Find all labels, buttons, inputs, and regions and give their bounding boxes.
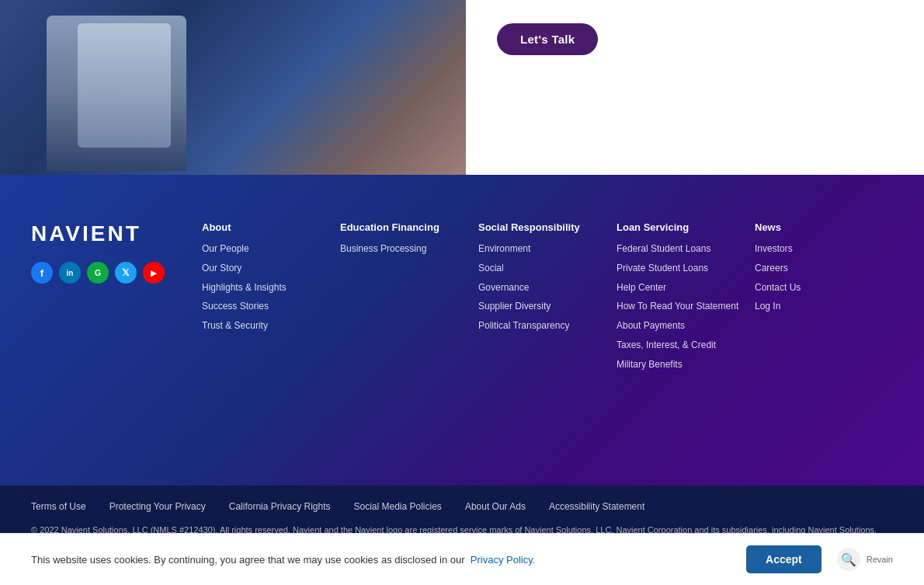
privacy-policy-link[interactable]: Privacy Policy. [471,554,536,566]
taxes-interest-credit-link[interactable]: Taxes, Interest, & Credit [617,339,755,352]
trust-security-link[interactable]: Trust & Security [202,319,340,333]
lets-talk-button[interactable]: Let's Talk [497,23,598,55]
education-financing-title[interactable]: Education Financing [340,221,478,233]
hero-right: Let's Talk [466,0,924,175]
how-to-read-statement-link[interactable]: How To Read Your Statement [617,300,755,313]
success-stories-link[interactable]: Success Stories [202,300,340,313]
footer-nav: About Our People Our Story Highlights & … [186,221,893,378]
facebook-icon[interactable]: f [31,262,53,284]
social-link[interactable]: Social [478,262,617,275]
linkedin-icon[interactable]: in [59,262,81,284]
protecting-privacy-link[interactable]: Protecting Your Privacy [109,501,206,512]
terms-of-use-link[interactable]: Terms of Use [31,501,86,512]
about-our-ads-link[interactable]: About Our Ads [465,501,526,512]
news-title[interactable]: News [755,221,893,233]
help-center-link[interactable]: Help Center [617,281,755,294]
environment-link[interactable]: Environment [478,242,617,256]
federal-student-loans-link[interactable]: Federal Student Loans [617,242,755,256]
social-media-policies-link[interactable]: Social Media Policies [353,501,441,512]
highlights-insights-link[interactable]: Highlights & Insights [202,281,340,294]
about-title[interactable]: About [202,221,340,233]
our-story-link[interactable]: Our Story [202,262,340,275]
revain-badge: 🔍 Revain [837,548,893,571]
our-people-link[interactable]: Our People [202,242,340,256]
cookie-text: This website uses cookies. By continuing… [31,554,731,566]
careers-link[interactable]: Careers [755,262,893,275]
supplier-diversity-link[interactable]: Supplier Diversity [478,300,617,313]
accessibility-statement-link[interactable]: Accessibility Statement [549,501,644,512]
california-privacy-link[interactable]: California Privacy Rights [229,501,331,512]
about-payments-link[interactable]: About Payments [617,319,755,333]
glassdoor-icon[interactable]: G [87,262,109,284]
loan-servicing-title[interactable]: Loan Servicing [617,221,755,233]
footer-col-education: Education Financing Business Processing [340,221,478,378]
private-student-loans-link[interactable]: Private Student Loans [617,262,755,275]
political-transparency-link[interactable]: Political Transparency [478,319,617,333]
governance-link[interactable]: Governance [478,281,617,294]
footer-col-social-resp: Social Responsibility Environment Social… [478,221,617,378]
cookie-banner: This website uses cookies. By continuing… [0,533,924,585]
social-responsibility-title[interactable]: Social Responsibility [478,221,617,233]
revain-icon: 🔍 [837,548,860,571]
hero-image-overlay [0,0,466,175]
footer-main: NAVIENT f in G 𝕏 ▶ About Our People Our … [0,175,924,486]
youtube-icon[interactable]: ▶ [143,262,165,284]
business-processing-link[interactable]: Business Processing [340,242,478,256]
footer-col-loan: Loan Servicing Federal Student Loans Pri… [617,221,755,378]
social-icons: f in G 𝕏 ▶ [31,262,186,284]
footer-bottom-links: Terms of Use Protecting Your Privacy Cal… [31,501,893,512]
footer-col-news: News Investors Careers Contact Us Log In [755,221,893,378]
hero-image [0,0,466,175]
footer-content: NAVIENT f in G 𝕏 ▶ About Our People Our … [31,221,893,378]
navient-logo: NAVIENT [31,221,186,246]
accept-cookie-button[interactable]: Accept [746,545,822,573]
cookie-message: This website uses cookies. By continuing… [31,554,465,566]
military-benefits-link[interactable]: Military Benefits [617,358,755,371]
log-in-link[interactable]: Log In [755,300,893,313]
footer-logo-section: NAVIENT f in G 𝕏 ▶ [31,221,186,378]
twitter-icon[interactable]: 𝕏 [115,262,137,284]
footer-col-about: About Our People Our Story Highlights & … [202,221,340,378]
investors-link[interactable]: Investors [755,242,893,256]
revain-label: Revain [867,555,893,564]
contact-us-link[interactable]: Contact Us [755,281,893,294]
hero-section: Let's Talk [0,0,924,175]
